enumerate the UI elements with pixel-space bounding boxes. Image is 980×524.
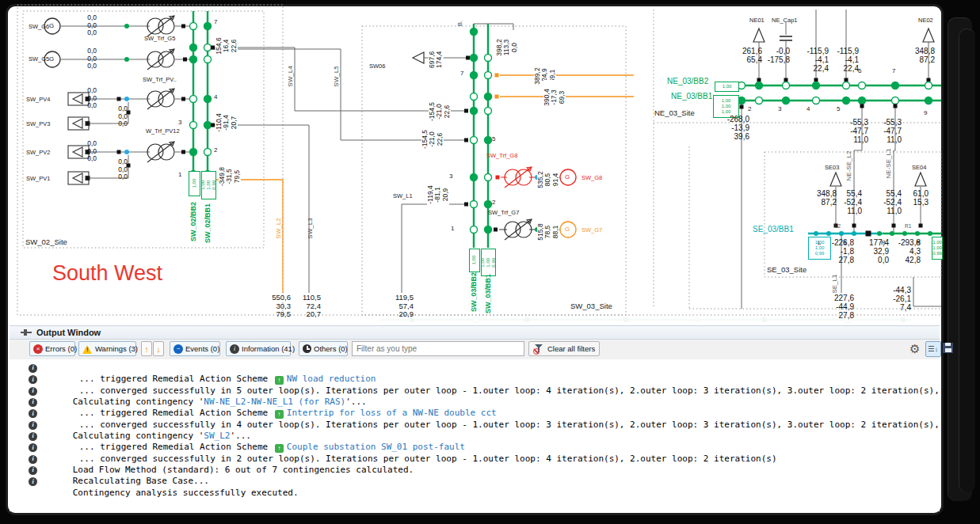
capacitor[interactable] [780,36,792,40]
events-label: Events (0) [185,344,219,353]
bay-number: 6 [858,67,861,74]
gen-g-glyph: G [49,55,54,63]
device-label-sw-g7[interactable]: SW_G7 [582,226,602,234]
load-label-ne01[interactable]: NE01 [749,17,765,24]
output-log[interactable]: i... triggered Remedial Action Scheme ↑N… [10,359,940,511]
trf-label-sw-trf-g5[interactable]: SW_Trf_G5 [144,35,175,42]
value-ne-cap1: -0,0 -175,8 [758,47,790,64]
line-label-sw-l3[interactable]: SW_L3 [307,193,314,264]
down-arrow-icon: ↓ [156,344,161,354]
info-icon: i [29,421,37,430]
gen-g-glyph: G [49,22,54,29]
load-label-se03[interactable]: SE03 [825,164,839,171]
sw02-bus-nodes[interactable] [117,23,215,178]
device-label-sw-g6[interactable]: SW_G6 [29,23,49,30]
device-label-sw-g8[interactable]: SW_G8 [582,174,602,181]
load-label-se04[interactable]: SE04 [912,164,926,171]
device-label-sw-pv4[interactable]: SW_PV4 [26,96,50,103]
site-label-se03[interactable]: SE_03_Site [767,265,806,274]
load-label-sw06[interactable]: SW06 [369,63,385,70]
value-sw02-bay3: -110,4 -91,4 20,7 [215,105,238,140]
line-label-ne-se-l1[interactable]: NE-SE_L1 [885,128,892,199]
line-label-sw-l1[interactable]: SW_L1 [393,192,413,199]
site-label-sw02[interactable]: SW_02_Site [25,237,67,246]
output-window-title: Output Window [36,328,101,337]
errors-label: Errors (0) [45,344,77,353]
device-label-sw-pv3[interactable]: SW_PV3 [26,120,50,127]
bay-number: 5 [837,105,840,112]
site-label-sw03[interactable]: SW_03_Site [570,302,612,310]
device-label-sw-pv2[interactable]: SW_PV2 [26,149,50,156]
busbar-label-se03-bb1[interactable]: SE_03/BB1 [753,225,794,234]
value-se04: 61,0 15,3 [903,189,929,207]
others-button[interactable]: Others (0) [299,341,348,356]
device-label-sw-pv1[interactable]: SW_PV1 [26,175,50,182]
bay-number: 4 [806,105,810,112]
list-lines-icon [929,346,934,353]
output-window-titlebar[interactable]: Output Window [10,325,940,340]
output-toolbar: × Errors (0) ! Warnings (3) ↑ ↓ ~ Events… [10,340,940,360]
line-label-sw-l4[interactable]: SW_L4 [287,41,294,112]
gear-icon[interactable]: ⚙ [909,343,920,355]
meter-box[interactable]: 1,00 [715,82,739,92]
device-label-sw-g5[interactable]: SW_G5 [29,55,49,63]
busbar-label-sw02-bb1[interactable]: SW_02/BB1 [204,196,212,251]
meter-box[interactable]: 1,00 [189,171,200,196]
device-label-ne-cap1[interactable]: NE_Cap1 [772,17,798,24]
value-feeder2: 390,4 -17,3 69,3 [543,80,566,115]
info-icon: i [29,466,37,475]
trf-label-sw-trf-g7[interactable]: SW_Trf_G7 [488,209,519,216]
value-sw-g5: 0,0 0,0 0,0 [73,47,97,70]
value-sw-g7: 515,8 78,5 88,1 [537,215,559,249]
busbar-label-sw02-bb2[interactable]: SW_02/BB2 [189,194,197,249]
next-arrow-button[interactable]: ↓ [153,341,164,356]
info-icon: i [29,477,37,486]
gen-g-glyph: G [565,226,570,233]
value-se03: 348,8 87,2 [808,189,837,207]
bay-tag: L2 [835,223,841,229]
log-line: iCalculating contingency 'NW-NE_L2-NW-NE… [10,385,940,397]
region-label-south-west: South West [52,261,162,286]
information-button[interactable]: i Information (41) [226,341,291,356]
info-icon: i [29,409,37,418]
busbar-label-sw03-bb2[interactable]: SW_03/BB2 [470,264,478,320]
information-label: Information (41) [242,344,295,353]
meter-box[interactable]: 1,00 1,00 0,99 [932,237,943,260]
trf-label-trf-pv12[interactable]: W_Trf_PV12 [146,127,180,135]
value-sw-g6: 0,0 0,0 0,0 [73,14,97,37]
error-icon: × [33,344,43,354]
log-line: i... triggered Remedial Action Scheme ↑C… [10,431,940,442]
errors-button[interactable]: × Errors (0) [29,341,75,356]
bay-number: 3 [178,119,181,126]
events-button[interactable]: ~ Events (0) [170,341,220,356]
clear-all-filters-button[interactable]: Clear all filters [528,341,600,356]
load-label-ne02[interactable]: NE02 [918,17,933,24]
auto-scroll-button[interactable]: ↓ [925,341,941,357]
trf-label-sw-trf-pv[interactable]: SW_Trf_PV.. [143,76,177,83]
pin-icon[interactable] [21,329,32,336]
busbar-label-ne03-bb2[interactable]: NE_03/BB2 [667,77,708,85]
save-icon[interactable] [943,343,953,353]
ne03-bus-nodes[interactable] [738,78,932,109]
value-se-right: -44,3 -26,1 7,4 [878,286,911,313]
line-label-sw-l2[interactable]: SW_L2 [275,193,282,264]
site-label-ne03[interactable]: NE_03_Site [654,108,695,117]
log-line: iContingency analysis successfully execu… [10,476,940,487]
log-line: i... converged successfully in 5 outer l… [10,374,940,385]
trf-label-sw-trf-g8[interactable]: SW_Trf_G8 [486,152,517,159]
information-icon: i [230,344,239,354]
value-ne-bay6: -55,3 -47,7 11,0 [840,118,868,145]
value-sw-pv2: 0,0 0,0 0,0 [73,140,97,163]
filter-input[interactable] [352,341,524,356]
value-ne-line1: -115,9 -4,1 22,4 [799,47,829,74]
warnings-button[interactable]: ! Warnings (3) [78,341,136,356]
busbar-label-ne03-bb1[interactable]: NE_03/BB1 [671,92,712,101]
bay-number: 5 [492,135,495,142]
value-se-t2: 177,4 32,9 0,0 [860,238,889,265]
info-icon: i [29,443,37,452]
clear-filters-label: Clear all filters [547,344,595,353]
previous-arrow-button[interactable]: ↑ [141,341,152,356]
busbar-label-sw03-bb1[interactable]: SW_03/BB1 [484,266,492,321]
log-line: iCalculating contingency 'SW_L2'... [10,420,940,431]
line-label-sw-l5[interactable]: SW_L5 [333,41,340,112]
